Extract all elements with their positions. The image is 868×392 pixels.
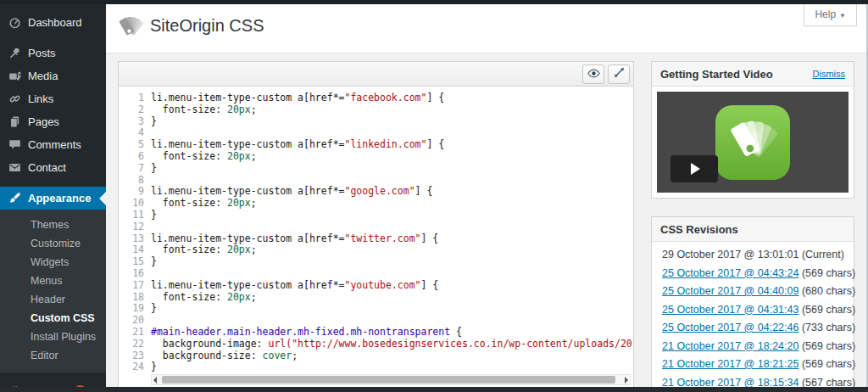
code-text: font-size: 20px;: [151, 244, 257, 256]
page-header: SiteOrigin CSS: [106, 4, 866, 53]
sidebar-item-label: Contact: [28, 161, 66, 174]
revision-link[interactable]: 25 October 2017 @ 04:43:24: [662, 267, 798, 279]
code-line: 9li.menu-item-type-custom a[href*="googl…: [119, 186, 633, 198]
submenu-item-themes[interactable]: Themes: [0, 216, 106, 234]
revision-item: 29 October 2017 @ 13:01:01 (Current): [662, 249, 843, 261]
submenu-item-menus[interactable]: Menus: [0, 272, 106, 290]
line-number: 3: [119, 116, 151, 128]
code-line: 11}: [119, 210, 633, 221]
sidebar-item-label: Comments: [28, 138, 81, 151]
revision-size: (569 chars): [798, 358, 855, 370]
scroll-right-arrow[interactable]: [625, 377, 628, 384]
getting-started-video-panel: Getting Started Video Dismiss: [651, 61, 854, 199]
admin-menu: DashboardPostsMediaLinksPagesCommentsCon…: [0, 4, 106, 392]
sidebar-item-label: Appearance: [28, 192, 91, 204]
code-text: #main-header.main-header.mh-fixed.mh-non…: [151, 327, 462, 339]
line-number: 19: [119, 303, 151, 315]
code-line: 18 font-size: 20px;: [119, 292, 633, 304]
window-bottom-edge: [0, 387, 868, 392]
revision-item: 25 October 2017 @ 04:22:46 (733 chars): [662, 322, 843, 334]
line-number: 12: [119, 221, 151, 233]
sidebar-item-links[interactable]: Links: [0, 87, 106, 110]
horizontal-scrollbar[interactable]: [151, 374, 631, 385]
revision-link[interactable]: 21 October 2017 @ 18:21:25: [662, 358, 798, 370]
sidebar-item-appearance[interactable]: Appearance: [0, 187, 106, 210]
envelope-icon: [8, 161, 21, 174]
line-number: 5: [119, 139, 151, 151]
sidebar-item-media[interactable]: Media: [0, 64, 106, 87]
code-line: 15}: [119, 256, 633, 268]
code-text: background-image: url("http://www.bosede…: [151, 339, 633, 350]
code-line: 14 font-size: 20px;: [119, 244, 633, 256]
line-number: 4: [119, 127, 151, 139]
appearance-icon: [8, 192, 21, 204]
sidebar-item-contact[interactable]: Contact: [0, 156, 106, 179]
submenu-item-header[interactable]: Header: [0, 290, 106, 309]
dismiss-link[interactable]: Dismiss: [813, 69, 846, 79]
line-number: 23: [119, 350, 151, 362]
revision-item: 21 October 2017 @ 18:24:20 (569 chars): [662, 341, 843, 353]
revision-item: 25 October 2017 @ 04:31:43 (569 chars): [662, 305, 843, 316]
code-line: 16: [119, 268, 633, 280]
sidebar-item-comments[interactable]: Comments: [0, 133, 106, 156]
sidebar-item-pages[interactable]: Pages: [0, 110, 106, 133]
panel-title: Getting Started Video: [660, 68, 773, 81]
sidebar-item-label: Links: [28, 92, 53, 105]
code-line: 13li.menu-item-type-custom a[href*="twit…: [119, 233, 633, 245]
revision-link[interactable]: 25 October 2017 @ 04:22:46: [662, 322, 798, 333]
code-text: }: [151, 116, 157, 128]
code-line: 3}: [119, 116, 633, 128]
submenu-item-custom-css[interactable]: Custom CSS: [0, 309, 106, 328]
revisions-list: 29 October 2017 @ 13:01:01 (Current)25 O…: [652, 242, 854, 392]
sidebar-item-dashboard[interactable]: Dashboard: [0, 11, 106, 34]
css-code-editor[interactable]: 1li.menu-item-type-custom a[href*="faceb…: [119, 87, 633, 387]
expand-icon: [614, 67, 625, 81]
code-line: 5li.menu-item-type-custom a[href*="linke…: [119, 139, 633, 151]
admin-sidebar: DashboardPostsMediaLinksPagesCommentsCon…: [0, 4, 106, 392]
play-icon: [691, 163, 700, 175]
dashboard-icon: [8, 16, 21, 29]
play-button[interactable]: [670, 155, 718, 182]
video-thumbnail[interactable]: [657, 92, 849, 193]
line-number: 15: [119, 256, 151, 268]
line-number: 10: [119, 198, 151, 210]
code-text: li.menu-item-type-custom a[href*="twitte…: [151, 233, 438, 245]
code-line: 24}: [119, 361, 633, 373]
sidebar-item-posts[interactable]: Posts: [0, 42, 106, 64]
scrollbar-thumb[interactable]: [162, 376, 615, 384]
code-line: 20: [119, 315, 633, 327]
visual-inspector-button[interactable]: [582, 64, 604, 84]
code-line: 10 font-size: 20px;: [119, 198, 633, 210]
code-text: font-size: 20px;: [151, 198, 257, 210]
revision-item: 25 October 2017 @ 04:43:24 (569 chars): [662, 268, 843, 280]
comments-icon: [8, 138, 21, 151]
code-text: }: [151, 163, 157, 175]
panel-header: Getting Started Video Dismiss: [652, 62, 854, 87]
video-body: [652, 87, 854, 198]
revision-link[interactable]: 21 October 2017 @ 18:24:20: [662, 340, 798, 352]
revision-link[interactable]: 25 October 2017 @ 04:31:43: [662, 304, 798, 316]
submenu-item-editor[interactable]: Editor: [0, 346, 106, 365]
submenu-item-widgets[interactable]: Widgets: [0, 253, 106, 272]
line-number: 9: [119, 186, 151, 198]
line-number: 17: [119, 280, 151, 292]
code-text: font-size: 20px;: [151, 151, 257, 163]
scroll-left-arrow[interactable]: [153, 377, 157, 384]
submenu-item-install-plugins[interactable]: Install Plugins: [0, 328, 106, 346]
revision-size: (680 chars): [798, 285, 855, 297]
expand-editor-button[interactable]: [608, 64, 630, 84]
submenu-item-customize[interactable]: Customize: [0, 234, 106, 253]
chevron-down-icon: ▼: [839, 12, 846, 20]
code-line: 12: [119, 221, 633, 233]
line-number: 14: [119, 244, 151, 256]
code-text: li.menu-item-type-custom a[href*="google…: [151, 186, 432, 198]
siteorigin-fan-icon: [117, 15, 144, 44]
code-line: 1li.menu-item-type-custom a[href*="faceb…: [119, 92, 633, 104]
siteorigin-app-icon: [715, 105, 790, 180]
help-button[interactable]: Help▼: [804, 4, 857, 26]
line-number: 21: [119, 327, 151, 339]
sidebar-item-label: Media: [28, 70, 58, 82]
code-text: }: [151, 210, 157, 221]
revision-link[interactable]: 25 October 2017 @ 04:40:09: [662, 285, 798, 297]
code-line: 23 background-size: cover;: [119, 350, 633, 362]
